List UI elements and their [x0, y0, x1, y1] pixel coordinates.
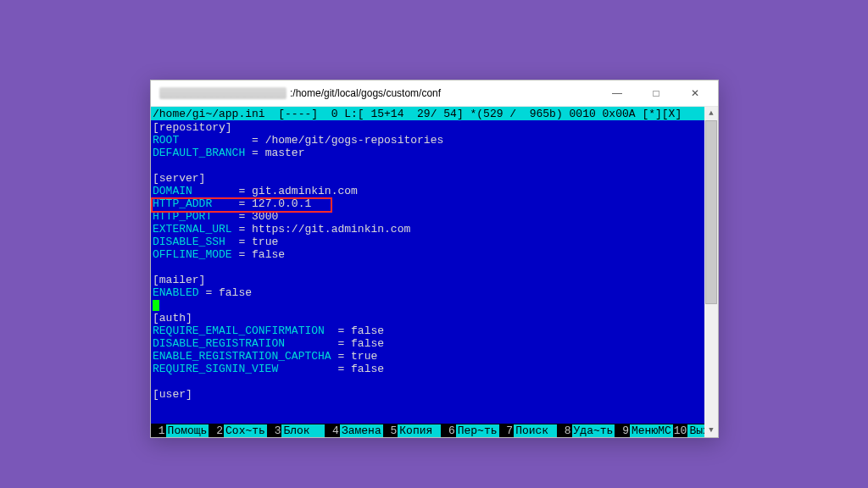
maximize-button[interactable]: □	[637, 80, 676, 106]
ini-section: [mailer]	[153, 274, 205, 286]
ini-equals: =	[192, 185, 252, 197]
ini-value: false	[351, 363, 384, 375]
editor-line: DOMAIN = git.adminkin.com	[153, 185, 716, 197]
fkey-number: 9	[615, 424, 630, 437]
ini-section: [auth]	[153, 312, 192, 324]
scrollbar[interactable]: ▲ ▼	[704, 120, 718, 424]
ini-value: master	[265, 147, 305, 159]
minimize-button[interactable]: —	[598, 80, 637, 106]
ini-key: EXTERNAL_URL	[153, 223, 232, 236]
ini-section: [user]	[153, 388, 192, 401]
status-perms: [----]	[278, 108, 318, 120]
ini-section: [server]	[153, 172, 205, 185]
ini-value: 127.0.0.1	[252, 197, 311, 210]
ini-equals: =	[225, 236, 252, 248]
terminal-window: :/home/git/local/gogs/custom/conf — □ ✕ …	[150, 80, 719, 438]
ini-value: 3000	[252, 210, 278, 223]
editor-line: HTTP_ADDR = 127.0.0.1	[153, 197, 716, 210]
fkey-label: Поиск	[514, 424, 557, 437]
editor-line: ENABLE_REGISTRATION_CAPTCHA = true	[153, 350, 716, 363]
editor-line: EXTERNAL_URL = https://git.adminkin.com	[153, 223, 716, 236]
editor-line: HTTP_PORT = 3000	[153, 210, 716, 223]
fkey[interactable]: 7Поиск	[499, 424, 557, 437]
ini-key: REQUIRE_SIGNIN_VIEW	[153, 363, 278, 375]
ini-value: https://git.adminkin.com	[252, 223, 410, 236]
status-bytes: *(529 / 965b)	[470, 108, 563, 120]
ini-value: true	[252, 236, 278, 248]
ini-key: HTTP_ADDR	[153, 197, 212, 210]
fkey-number: 2	[209, 424, 224, 437]
ini-value: false	[351, 337, 384, 350]
fkey-number: 5	[383, 424, 398, 437]
fkey-number: 7	[499, 424, 515, 437]
editor-line: [user]	[153, 388, 716, 401]
ini-key: ROOT	[153, 134, 179, 147]
editor-area[interactable]: [repository]ROOT = /home/git/gogs-reposi…	[151, 120, 718, 424]
fkey[interactable]: 9МенюMC	[615, 424, 672, 437]
editor-line: [mailer]	[153, 274, 716, 286]
ini-equals: =	[199, 286, 219, 299]
ini-key: DISABLE_SSH	[153, 236, 225, 248]
scroll-thumb[interactable]	[705, 120, 717, 304]
titlebar[interactable]: :/home/git/local/gogs/custom/conf — □ ✕	[151, 80, 718, 107]
ini-equals: =	[212, 210, 252, 223]
fkey-label: Уда~ть	[572, 424, 615, 437]
close-button[interactable]: ✕	[676, 80, 715, 106]
scroll-up-icon[interactable]: ▲	[704, 107, 718, 120]
editor-line: ENABLED = false	[153, 286, 716, 299]
editor-line: [repository]	[153, 121, 716, 134]
scroll-down-icon[interactable]: ▼	[704, 424, 718, 437]
ini-equals: =	[245, 147, 264, 159]
fkey[interactable]: 6Пер~ть	[441, 424, 498, 437]
editor-line	[153, 375, 716, 388]
fkey[interactable]: 3Блок	[267, 424, 325, 437]
status-line: 0 L:[ 15+14 29/ 54]	[331, 108, 464, 120]
editor-line: [auth]	[153, 312, 716, 324]
fkey[interactable]: 4Замена	[325, 424, 382, 437]
fkey[interactable]: 2Сох~ть	[209, 424, 266, 437]
fkey-label: Помощь	[166, 424, 209, 437]
ini-equals: =	[179, 134, 264, 147]
editor-line: [server]	[153, 172, 716, 185]
terminal-client[interactable]: /home/gi~/app.ini [----] 0 L:[ 15+14 29/…	[151, 107, 718, 437]
ini-equals: =	[325, 324, 351, 337]
editor-line	[153, 261, 716, 274]
editor-line: DISABLE_REGISTRATION = false	[153, 337, 716, 350]
fkey[interactable]: 1Помощь	[151, 424, 209, 437]
fkey-label: МенюMC	[630, 424, 673, 437]
editor-line	[153, 299, 716, 312]
ini-key: ENABLE_REGISTRATION_CAPTCHA	[153, 350, 331, 363]
fkey-label: Копия	[398, 424, 441, 437]
ini-key: HTTP_PORT	[153, 210, 212, 223]
fkey-number: 3	[267, 424, 282, 437]
ini-key: REQUIRE_EMAIL_CONFIRMATION	[153, 324, 325, 337]
fkey-label: Блок	[281, 424, 325, 437]
editor-line: DEFAULT_BRANCH = master	[153, 147, 716, 159]
editor-line: OFFLINE_MODE = false	[153, 248, 716, 261]
fkey-label: Замена	[340, 424, 383, 437]
ini-key: DEFAULT_BRANCH	[153, 147, 245, 159]
ini-equals: =	[232, 223, 252, 236]
fkey[interactable]: 5Копия	[383, 424, 441, 437]
ini-value: false	[351, 324, 384, 337]
text-cursor	[153, 300, 159, 311]
status-col: 0010	[570, 108, 596, 120]
fkey-number: 10	[673, 424, 688, 437]
ini-section: [repository]	[153, 121, 232, 134]
ini-value: git.adminkin.com	[252, 185, 358, 197]
ini-equals: =	[331, 350, 351, 363]
status-file: /home/gi~/app.ini	[153, 108, 265, 120]
fkey-number: 1	[151, 424, 166, 437]
ini-equals: =	[285, 337, 351, 350]
fkey-number: 6	[441, 424, 456, 437]
ini-value: false	[252, 248, 285, 261]
editor-line: REQUIRE_EMAIL_CONFIRMATION = false	[153, 324, 716, 337]
fkey-label: Пер~ть	[456, 424, 499, 437]
ini-key: DOMAIN	[153, 185, 192, 197]
editor-line: ROOT = /home/git/gogs-repositories	[153, 134, 716, 147]
fkey[interactable]: 8Уда~ть	[557, 424, 615, 437]
titlebar-redacted-host	[159, 87, 287, 99]
ini-equals: =	[212, 197, 252, 210]
ini-equals: =	[232, 248, 252, 261]
editor-line	[153, 159, 716, 172]
